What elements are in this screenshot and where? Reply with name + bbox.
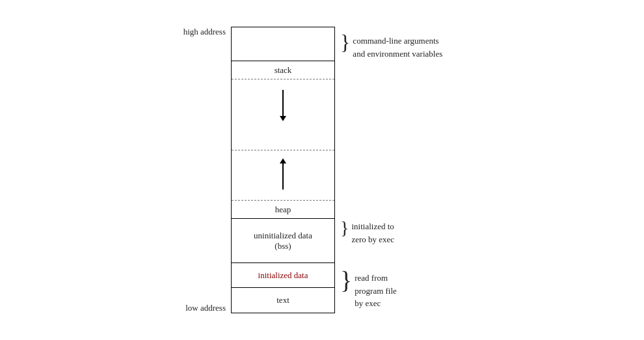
up-arrow [280,150,286,195]
arrow-head-down [280,116,286,121]
arrow-head-up [280,158,286,163]
right-annotations: } command-line arguments and environment… [335,27,478,313]
block-arrow-down [232,79,334,130]
low-address-label: low address [185,303,226,313]
block-arrow-up [232,150,334,201]
block-middle-spacer [232,130,334,150]
args-annotation: } command-line arguments and environment… [340,32,442,60]
memory-diagram: high address low address stack [166,27,478,313]
block-args [232,27,334,61]
high-address-label: high address [183,27,226,37]
memory-blocks: stack heap uninitialized data(bss) [231,27,335,313]
block-init: initialized data [232,263,334,288]
uninit-annotation: } initialized to zero by exec [340,219,394,246]
arrow-shaft-down [282,90,284,116]
init-annotation: } read from program file by exec [340,268,397,310]
block-uninit: uninitialized data(bss) [232,219,334,263]
uninit-text: initialized to zero by exec [351,219,394,246]
init-text: read from program file by exec [355,268,397,310]
init-brace: } [340,268,352,292]
block-stack-label: stack [232,61,334,79]
block-heap-label: heap [232,201,334,219]
arrow-shaft-up [282,163,284,190]
down-arrow [280,85,286,130]
uninit-brace: } [340,219,349,237]
left-labels-area: high address low address [166,27,231,313]
block-text: text [232,288,334,313]
args-text: command-line arguments and environment v… [353,32,442,60]
args-brace: } [340,32,350,53]
